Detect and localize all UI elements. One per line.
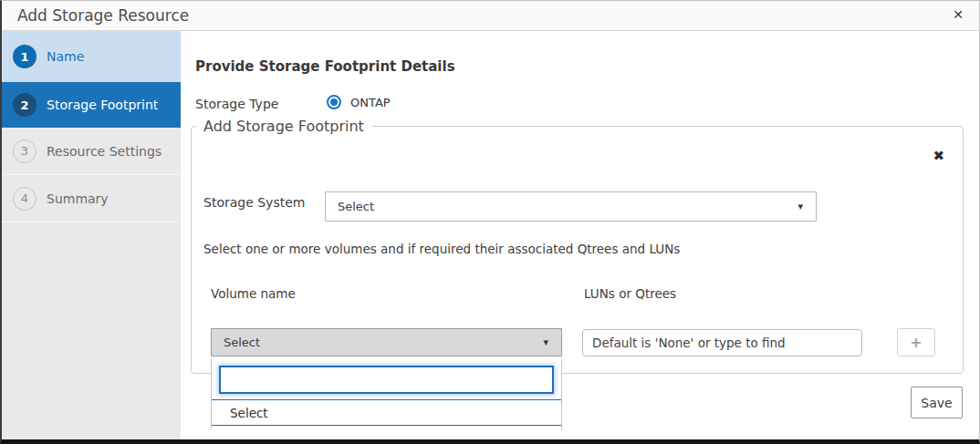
storage-type-radio-ontap[interactable]: ONTAP — [327, 95, 391, 109]
close-icon[interactable]: ✕ — [948, 5, 968, 25]
panel-close-icon[interactable]: ✖ — [933, 150, 944, 163]
sidebar-item-summary[interactable]: 4 Summary — [2, 175, 181, 222]
chevron-down-icon: ▾ — [798, 201, 803, 212]
radio-option-label: ONTAP — [350, 96, 391, 109]
dropdown-search-wrap — [212, 359, 561, 399]
save-button[interactable]: Save — [911, 387, 963, 418]
step-number-badge: 3 — [13, 139, 36, 163]
storage-type-label: Storage Type — [195, 97, 278, 111]
volume-name-select-value: Select — [224, 336, 543, 349]
add-storage-footprint-panel: Add Storage Footprint ✖ Storage System S… — [191, 118, 964, 374]
add-storage-resource-dialog: Add Storage Resource ✕ 1 Name 2 Storage … — [0, 0, 980, 444]
volumes-helper-text: Select one or more volumes and if requir… — [203, 242, 680, 256]
step-number-badge: 1 — [13, 45, 36, 68]
panel-legend: Add Storage Footprint — [196, 118, 371, 135]
wizard-step-sidebar: 1 Name 2 Storage Footprint 3 Resource Se… — [2, 31, 181, 439]
volume-select-dropdown: Select — [211, 359, 562, 429]
radio-selected-icon — [327, 95, 341, 109]
add-row-button[interactable]: + — [897, 328, 935, 356]
storage-system-select-value: Select — [338, 200, 798, 213]
chevron-down-icon: ▾ — [543, 336, 548, 348]
storage-system-label: Storage System — [203, 195, 305, 210]
dropdown-option-list: Select — [212, 399, 561, 426]
step-label: Name — [47, 49, 84, 64]
plus-icon: + — [910, 334, 922, 351]
page-title: Provide Storage Footprint Details — [195, 58, 455, 75]
step-label: Resource Settings — [47, 144, 162, 159]
step-label: Storage Footprint — [47, 98, 158, 112]
sidebar-item-storage-footprint[interactable]: 2 Storage Footprint — [2, 82, 181, 128]
storage-system-select[interactable]: Select ▾ — [325, 191, 817, 222]
main-content: Provide Storage Footprint Details Storag… — [181, 31, 979, 439]
dialog-title: Add Storage Resource — [17, 6, 189, 25]
dropdown-search-input[interactable] — [219, 366, 554, 394]
luns-or-qtrees-input[interactable] — [582, 329, 862, 356]
step-number-badge: 2 — [13, 93, 36, 117]
dropdown-option-select[interactable]: Select — [212, 400, 561, 425]
sidebar-item-resource-settings[interactable]: 3 Resource Settings — [2, 128, 181, 175]
storage-type-row: Storage Type ONTAP — [195, 95, 560, 113]
dialog-titlebar: Add Storage Resource ✕ — [2, 1, 979, 31]
luns-or-qtrees-column-label: LUNs or Qtrees — [584, 286, 676, 301]
step-label: Summary — [47, 191, 109, 206]
volume-name-column-label: Volume name — [211, 286, 296, 301]
sidebar-item-name[interactable]: 1 Name — [2, 31, 181, 82]
dropdown-footer — [212, 426, 561, 429]
volume-name-select[interactable]: Select ▾ — [211, 328, 562, 356]
step-number-badge: 4 — [13, 187, 36, 211]
